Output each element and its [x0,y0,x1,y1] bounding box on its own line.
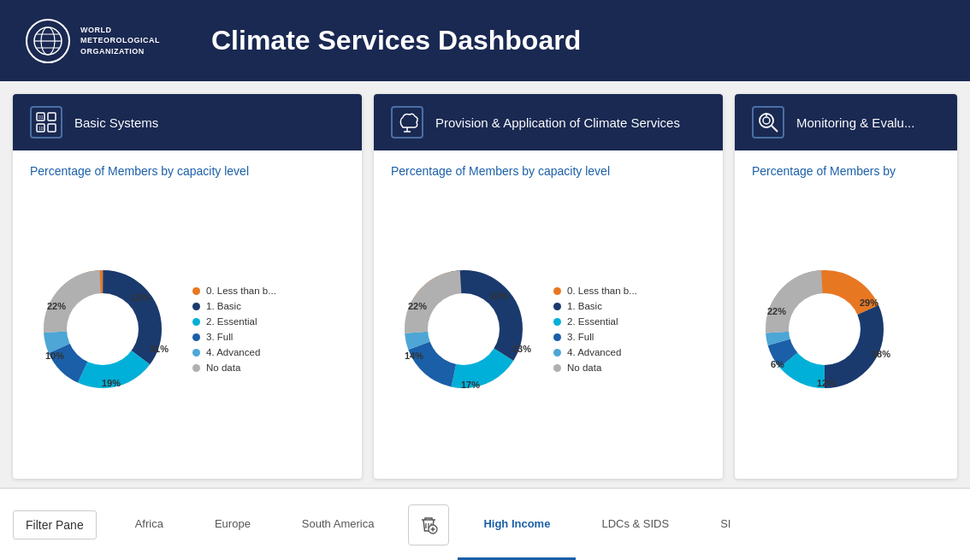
svg-text:28%: 28% [872,349,890,359]
svg-text:17%: 17% [461,380,480,390]
svg-text:33%: 33% [512,344,531,354]
chart-subtitle-monitoring: Percentage of Members by [752,164,940,178]
card-body-basic-systems: Percentage of Members by capacity level [13,150,362,479]
legend-item-1: 1. Basic [192,301,276,311]
org-name: WORLD METEOROLOGICAL ORGANIZATION [80,25,160,57]
chart-area-basic: 13% 31% 19% 10% 22% 0. Less than b... 1. [30,193,345,465]
legend-dot-lightblue [192,349,200,357]
header: WORLD METEOROLOGICAL ORGANIZATION Climat… [0,0,970,81]
legend-dot-cyan [192,318,200,326]
card-body-monitoring: Percentage of Members by [735,150,957,479]
donut-chart-provision: 10% 33% 17% 14% 22% [391,256,536,402]
donut-chart-basic: 13% 31% 19% 10% 22% [30,256,175,402]
legend-dot-p-cyan [553,318,561,326]
legend-item-3: 3. Full [192,332,276,342]
filter-tab-south-america[interactable]: South America [276,489,400,560]
legend-dot-blue [192,333,200,341]
legend-item-p0: 0. Less than b... [553,286,637,296]
svg-text:6%: 6% [771,359,784,369]
monitoring-icon [752,106,784,139]
legend-item-4: 4. Advanced [192,347,276,357]
legend-label-1: 1. Basic [206,301,241,311]
legend-label-p4: 4. Advanced [567,347,621,357]
svg-text:22%: 22% [767,306,786,316]
svg-text:19%: 19% [102,378,121,388]
legend-item-2: 2. Essential [192,316,276,327]
legend-dot-orange [192,287,200,295]
card-provision: Provision & Application of Climate Servi… [374,94,723,479]
legend-label-p2: 2. Essential [567,316,618,327]
chart-subtitle-basic: Percentage of Members by capacity level [30,164,345,178]
legend-label-p5: No data [567,363,601,373]
filter-clear-button[interactable] [408,504,449,545]
filter-tab-ldcs-sids[interactable]: LDCs & SIDS [576,489,695,560]
svg-text:10%: 10% [45,351,64,361]
legend-provision: 0. Less than b... 1. Basic 2. Essential … [553,286,637,373]
legend-label-p3: 3. Full [567,332,594,342]
legend-dot-p-lightblue [553,349,561,357]
filter-pane-label[interactable]: Filter Pane [13,510,97,539]
svg-text:01: 01 [38,115,44,120]
chart-subtitle-provision: Percentage of Members by capacity level [391,164,706,178]
logo-area: WORLD METEOROLOGICAL ORGANIZATION [26,19,160,63]
legend-basic: 0. Less than b... 1. Basic 2. Essential … [192,286,276,373]
card-header-provision: Provision & Application of Climate Servi… [374,94,723,150]
svg-point-18 [67,293,139,365]
dashboard-title: Climate Services Dashboard [211,25,581,56]
legend-dot-p-blue [553,333,561,341]
main-content: 01 10 Basic Systems Percentage of Member… [0,81,970,487]
legend-label-5: No data [206,363,240,373]
legend-item-p3: 3. Full [553,332,637,342]
legend-dot-navy [192,303,200,310]
card-monitoring: Monitoring & Evalu... Percentage of Memb… [735,94,957,479]
legend-label-4: 4. Advanced [206,347,260,357]
card-basic-systems: 01 10 Basic Systems Percentage of Member… [13,94,362,479]
svg-line-40 [772,126,778,132]
legend-item-p2: 2. Essential [553,316,637,327]
legend-item-p5: No data [553,363,637,373]
legend-label-3: 3. Full [206,332,233,342]
card-title-basic-systems: Basic Systems [74,115,158,130]
chart-area-provision: 10% 33% 17% 14% 22% 0. Less than b... 1. [391,193,706,465]
legend-label-p0: 0. Less than b... [567,286,637,296]
filter-tab-africa[interactable]: Africa [109,489,189,560]
card-title-provision: Provision & Application of Climate Servi… [435,115,680,130]
basic-systems-icon: 01 10 [30,106,62,139]
legend-dot-gray [192,364,200,372]
svg-text:12%: 12% [817,378,836,388]
donut-chart-monitoring: 29% 28% 12% 6% 22% [752,256,897,402]
chart-area-monitoring: 29% 28% 12% 6% 22% [752,193,940,465]
card-title-monitoring: Monitoring & Evalu... [796,115,914,130]
svg-text:31%: 31% [150,344,169,354]
filter-tab-high-income[interactable]: High Income [458,489,576,560]
filter-tab-europe[interactable]: Europe [189,489,276,560]
svg-rect-8 [48,124,56,132]
legend-item-p1: 1. Basic [553,301,637,311]
wmo-logo [26,19,70,63]
legend-dot-p-gray [553,364,561,372]
svg-point-50 [789,293,861,365]
svg-text:10%: 10% [489,291,508,301]
legend-item-p4: 4. Advanced [553,347,637,357]
card-header-basic-systems: 01 10 Basic Systems [13,94,362,150]
svg-text:29%: 29% [860,298,878,308]
svg-text:13%: 13% [131,292,150,303]
filter-tab-si[interactable]: SI [695,489,756,560]
svg-text:10: 10 [38,126,44,131]
legend-label-2: 2. Essential [206,316,257,327]
legend-label-p1: 1. Basic [567,301,602,311]
filter-section: Filter Pane Africa Europe South America … [0,487,970,560]
svg-text:22%: 22% [408,301,427,311]
provision-icon [391,106,423,139]
legend-dot-p-navy [553,303,561,310]
svg-point-33 [428,293,500,365]
card-body-provision: Percentage of Members by capacity level [374,150,723,479]
legend-dot-p-orange [553,287,561,295]
legend-item-5: No data [192,363,276,373]
svg-text:14%: 14% [405,351,423,361]
filter-tabs: Africa Europe South America High Income … [109,489,970,560]
svg-text:22%: 22% [47,301,66,311]
legend-label-0: 0. Less than b... [206,286,276,296]
card-header-monitoring: Monitoring & Evalu... [735,94,957,150]
svg-rect-6 [48,113,56,121]
